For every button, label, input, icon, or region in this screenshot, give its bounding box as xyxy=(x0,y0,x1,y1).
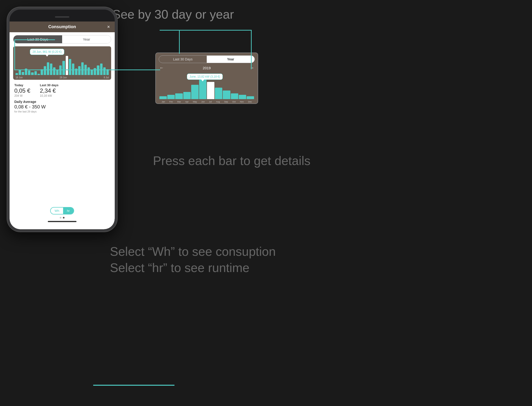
year-bars[interactable] xyxy=(158,78,255,99)
bar-small-11[interactable] xyxy=(50,64,52,75)
year-tab-year[interactable]: Year xyxy=(207,56,255,63)
bar-year-10[interactable] xyxy=(239,95,246,99)
year-label: 2019 xyxy=(203,66,211,70)
bar-small-13[interactable] xyxy=(56,70,59,75)
month-label-fev: Fev xyxy=(169,101,173,103)
bar-small-26[interactable] xyxy=(97,65,99,75)
bar-small-17[interactable] xyxy=(69,59,71,75)
phone-speaker xyxy=(55,16,69,18)
bar-year-0[interactable] xyxy=(159,96,167,99)
home-bar[interactable] xyxy=(48,221,76,222)
month-label-dec: Dec xyxy=(248,101,252,103)
annotation-see-by: See by 30 day or year xyxy=(112,7,234,22)
year-nav: ← 2019 → xyxy=(156,65,258,71)
hr-button[interactable]: hr xyxy=(63,208,74,214)
wh-button[interactable]: Wh xyxy=(51,208,63,214)
month-label-jan: Jan xyxy=(162,101,165,103)
bar-year-11[interactable] xyxy=(247,96,254,99)
bar-small-14[interactable] xyxy=(59,65,62,75)
year-panel: Last 30 Days Year ← 2019 → June, 13,82 k… xyxy=(155,52,258,104)
wh-hr-connector-line xyxy=(93,385,174,386)
daily-avg-value: 0,08 € - 350 W xyxy=(14,104,110,110)
today-label: Today xyxy=(14,83,30,87)
year-tab-last30[interactable]: Last 30 Days xyxy=(159,56,207,63)
bar-small-20[interactable] xyxy=(78,66,81,75)
today-sub: 204 W xyxy=(14,94,30,97)
bar-small-15[interactable] xyxy=(62,61,65,75)
chart-label-left: 18 Jun xyxy=(15,76,23,79)
bar-small-12[interactable] xyxy=(53,67,55,75)
stat-today: Today 0,05 € 204 W xyxy=(14,83,30,97)
year-tooltip: June, 13,82 kW (3,18 €) xyxy=(187,73,223,80)
annotation-select: Select “Wh” to see consuption Select “hr… xyxy=(110,244,276,276)
phone-content: Consumption × Last 30 Days Year 28 Jun, … xyxy=(10,22,115,229)
year-tab-switcher: Last 30 Days Year xyxy=(159,55,255,63)
tab-year[interactable]: Year xyxy=(62,35,111,43)
bar-year-8[interactable] xyxy=(223,91,230,99)
last30-sub: 10,16 kW xyxy=(40,94,59,97)
chart-bars-small[interactable] xyxy=(15,56,109,75)
daily-avg-sub: for the last 29 days xyxy=(14,110,110,113)
dot-2 xyxy=(63,217,65,218)
last30-value: 2,34 € xyxy=(40,87,59,94)
month-label-may: May xyxy=(193,101,197,103)
dot-1 xyxy=(60,217,61,218)
wh-hr-switcher: Wh hr xyxy=(50,207,74,214)
close-button[interactable]: × xyxy=(107,24,110,30)
month-label-oct: Oct xyxy=(232,101,236,103)
annotation-select-hr: Select “hr” to see runtime xyxy=(110,260,276,276)
annotation-press-bar: Press each bar to get details xyxy=(153,153,310,169)
bar-year-2[interactable] xyxy=(175,93,183,99)
bar-year-7[interactable] xyxy=(215,88,222,99)
bar-small-25[interactable] xyxy=(94,68,96,75)
bar-small-5[interactable] xyxy=(31,72,33,75)
year-chart-area: June, 13,82 kW (3,18 €) JanFevMarAprMayJ… xyxy=(158,72,255,103)
bar-small-16[interactable] xyxy=(66,56,68,75)
month-label-mar: Mar xyxy=(177,101,181,103)
bar-year-3[interactable] xyxy=(183,92,191,99)
month-label-apr: Apr xyxy=(185,101,189,103)
bar-year-9[interactable] xyxy=(231,93,238,99)
annotation-select-wh: Select “Wh” to see consuption xyxy=(110,244,276,260)
phone-mockup: Consumption × Last 30 Days Year 28 Jun, … xyxy=(7,7,117,232)
connector-line-left-bottom xyxy=(14,70,160,70)
last30-label: Last 30 days xyxy=(40,83,59,87)
bar-small-1[interactable] xyxy=(19,70,21,75)
connector-line-horiz xyxy=(160,30,252,30)
bar-small-23[interactable] xyxy=(88,67,90,75)
connector-line-left-vert xyxy=(14,39,15,70)
bar-small-10[interactable] xyxy=(47,62,49,75)
small-chart: 28 Jun, 861 W (0,20 €) 18 Jun 28 Jun 8 J… xyxy=(13,46,111,80)
today-value: 0,05 € xyxy=(14,87,30,94)
bar-year-4[interactable] xyxy=(191,85,199,99)
bar-small-9[interactable] xyxy=(44,66,46,75)
month-label-jun: Jun xyxy=(201,101,205,103)
bar-small-0[interactable] xyxy=(15,73,18,75)
chart-labels-small: 18 Jun 28 Jun 8 Jul xyxy=(15,76,109,79)
bar-small-6[interactable] xyxy=(34,71,37,75)
connector-line-left-top xyxy=(14,39,55,40)
bar-small-24[interactable] xyxy=(91,70,93,75)
month-label-aug: Aug xyxy=(216,101,220,103)
stats-section: Today 0,05 € 204 W Last 30 days 2,34 € 1… xyxy=(10,80,115,116)
consumption-header: Consumption × xyxy=(10,22,115,32)
month-label-nov: Nov xyxy=(240,101,244,103)
month-label-jul: Jul xyxy=(209,101,212,103)
stats-row: Today 0,05 € 204 W Last 30 days 2,34 € 1… xyxy=(14,83,110,97)
bar-small-7[interactable] xyxy=(37,74,40,75)
bar-small-4[interactable] xyxy=(28,71,30,75)
year-month-labels: JanFevMarAprMayJunJulAugSepOctNovDec xyxy=(158,101,255,103)
bar-small-2[interactable] xyxy=(22,72,24,75)
bar-small-18[interactable] xyxy=(72,64,74,75)
year-next-arrow[interactable]: → xyxy=(250,65,254,71)
bar-year-1[interactable] xyxy=(167,95,175,99)
chart-label-mid: 28 Jun xyxy=(59,76,67,79)
page-dots xyxy=(60,217,65,218)
connector-line-vert-top xyxy=(179,30,180,54)
bar-year-6[interactable] xyxy=(207,82,214,99)
bar-small-21[interactable] xyxy=(81,62,84,75)
phone-bottom: Wh hr xyxy=(10,207,115,222)
bar-small-27[interactable] xyxy=(100,64,103,75)
bar-small-28[interactable] xyxy=(103,67,106,75)
consumption-title: Consumption xyxy=(48,24,76,29)
